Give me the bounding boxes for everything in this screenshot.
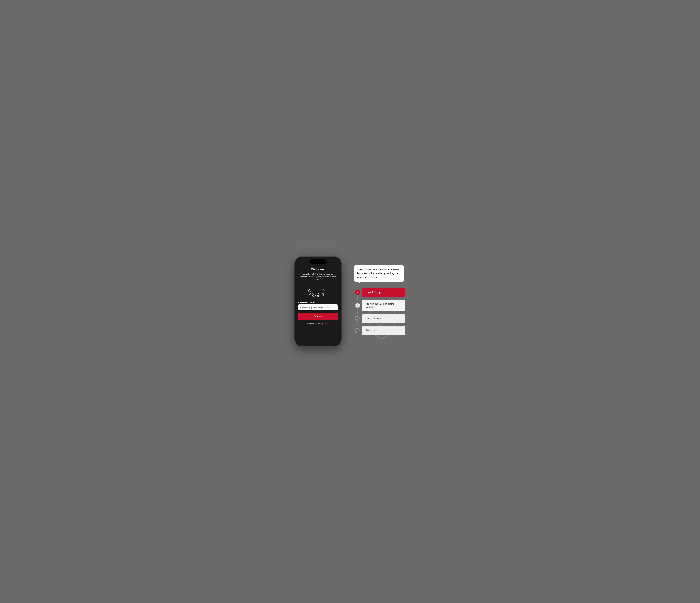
svg-line-6 (310, 293, 311, 294)
login-link[interactable]: Log in (323, 322, 329, 325)
phone-title: Welcome (311, 268, 325, 271)
step-row-dispute: Raise dispute (362, 314, 405, 323)
svg-line-8 (310, 294, 310, 296)
phone-content: Welcome Let's start with the 11 digit re… (298, 266, 338, 325)
check-icon: ✓ (357, 291, 359, 294)
reference-input[interactable] (298, 304, 338, 310)
illustration (306, 284, 330, 298)
svg-point-1 (313, 294, 316, 297)
step-indicator-login: ✓ (355, 290, 360, 295)
step-row-insurer: Provide insurer and claim details (362, 300, 405, 311)
speech-bubble: Was involved in the accident? Please let… (354, 265, 404, 282)
step-label-login: Login to the portal (366, 291, 385, 294)
step-indicator-dispute (355, 316, 360, 321)
step-label-insurer: Provide insurer and claim details (366, 303, 394, 308)
step-card-login[interactable]: Login to the portal (362, 288, 405, 297)
right-panel: Was involved in the accident? Please let… (354, 265, 405, 338)
svg-line-7 (309, 294, 310, 296)
dynamic-island (309, 259, 327, 264)
reference-label: Reference number (298, 301, 315, 304)
step-label-dispute: Raise dispute (366, 317, 381, 320)
svg-point-3 (308, 290, 311, 292)
start-button[interactable]: Start › (298, 312, 338, 320)
start-button-arrow: › (321, 315, 322, 318)
steps-container: ✓ Login to the portal Provide insurer an… (354, 288, 405, 338)
step-indicator-insurer (355, 303, 360, 308)
phone-wrapper: Welcome Let's start with the 11 digit re… (295, 256, 342, 347)
svg-rect-0 (322, 294, 323, 296)
main-container: Welcome Let's start with the 11 digit re… (264, 247, 436, 356)
step-label-settlement: Settlement (366, 329, 377, 332)
step-indicator-settlement (355, 328, 360, 333)
been-here-text: Been here before? Log in (307, 322, 328, 325)
step-card-dispute[interactable]: Raise dispute (362, 314, 405, 323)
phone-frame: Welcome Let's start with the 11 digit re… (295, 256, 342, 347)
start-button-label: Start (314, 315, 320, 318)
svg-line-5 (308, 293, 310, 294)
step-card-insurer[interactable]: Provide insurer and claim details (362, 300, 405, 311)
phone-subtitle: Let's start with the 11 digit reference … (298, 273, 338, 281)
step-card-settlement[interactable]: Settlement (362, 326, 405, 335)
step-row-settlement: Settlement (362, 326, 405, 335)
step-row-login: ✓ Login to the portal (362, 288, 405, 297)
speech-bubble-text: Was involved in the accident? Please let… (357, 268, 399, 278)
